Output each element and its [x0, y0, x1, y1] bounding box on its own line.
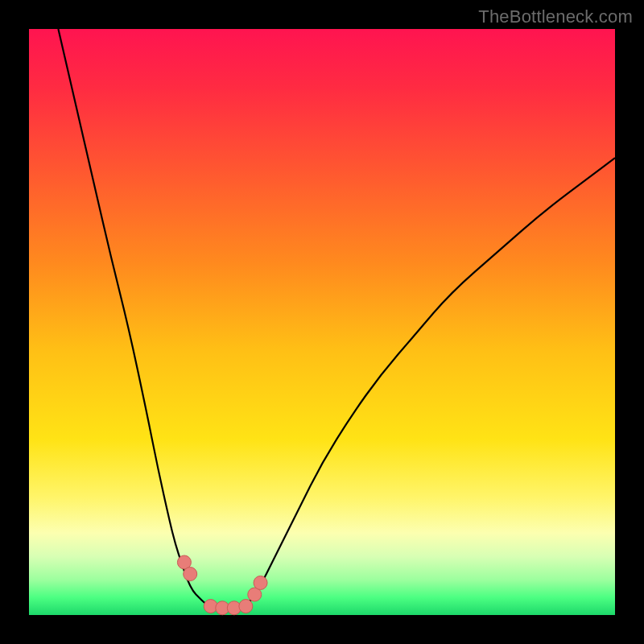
chart-overlay — [29, 29, 615, 615]
chart-frame: TheBottleneck.com — [0, 0, 644, 644]
marker-dot — [239, 600, 253, 613]
marker-dot — [184, 568, 197, 581]
marker-group — [177, 555, 267, 615]
curve-left-branch — [58, 29, 210, 606]
curve-right-branch — [246, 158, 615, 606]
marker-dot — [254, 576, 267, 589]
watermark-text: TheBottleneck.com — [478, 6, 633, 27]
